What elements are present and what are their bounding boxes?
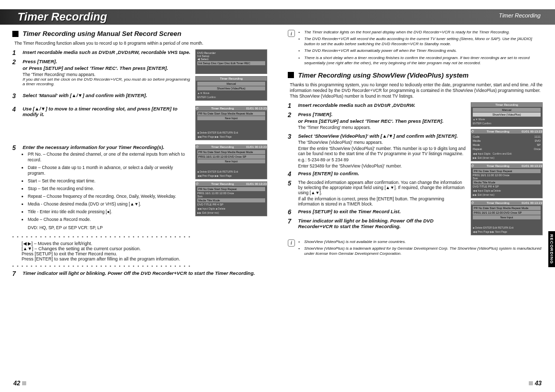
- screenshot-tr-list2: ⏱Timer Recording01/01 00:13:23 PR No Dat…: [195, 144, 267, 179]
- step-2-note: The 'Timer Recording' menu appears.: [23, 72, 191, 77]
- tip-1: [◀ ▶] – Moves the cursor left/right.: [22, 241, 267, 246]
- tip-3: Press [SETUP] to exit the Timer Record m…: [22, 251, 267, 256]
- info-icon: i: [288, 30, 295, 37]
- square-icon: [288, 72, 294, 78]
- screenshot-tr-edit: ⏱Timer Recording01/01 00:13:23 PR No Dat…: [195, 181, 267, 216]
- section-title-left: Timer Recording using Manual Set Record …: [12, 30, 267, 38]
- square-icon: [12, 31, 18, 37]
- dots-divider-2: • • • • • • • • • • • • • • • • • • • • …: [12, 264, 267, 268]
- info-block-2: i ShowView (VideoPlus) is not available …: [288, 239, 543, 258]
- screenshot-setup: DVD Recorder Init Setup ◀ Select Init Se…: [195, 49, 267, 74]
- r-step-5b: If all the information is correct, press…: [298, 196, 467, 207]
- step-2-or: or Press [SETUP] and select 'Timer REC'.…: [23, 65, 191, 71]
- section-title-right: Timer Recording using ShowView (VideoPlu…: [288, 71, 543, 79]
- side-tab-recording: RECORDING: [548, 231, 555, 267]
- r-step-2-note: The 'Timer Recording' menu appears.: [298, 125, 467, 130]
- tip-4: Press [ENTER] to save the program after …: [22, 256, 267, 262]
- step-3: Select 'Manual' with [▲/▼] and confirm w…: [23, 92, 147, 98]
- r-step-2: Press [TIMER].: [298, 111, 467, 117]
- r-step-6: Press [SETUP] to exit the Timer Record L…: [298, 209, 401, 214]
- page-number-left: 42: [13, 380, 26, 387]
- screenshot-tr-menu-r: Timer Recording Manual ShowView (VideoPl…: [471, 102, 543, 127]
- step-2: Press [TIMER].: [23, 59, 191, 64]
- page-left: Timer Recording using Manual Set Record …: [0, 0, 278, 392]
- screenshot-sv-entry: ⏱Timer Recording01/01 00:13:23 Code 1111…: [471, 129, 543, 161]
- r-step-7: Timer indicator will light or be blinkin…: [298, 218, 434, 229]
- intro-left: The Timer Recording function allows you …: [14, 41, 267, 46]
- intro-right: Thanks to this programming system, you n…: [290, 82, 543, 99]
- step-5: Enter the necessary information for your…: [23, 144, 191, 150]
- tip-2: [▲▼] – Changes the setting at the curren…: [22, 246, 267, 251]
- step-2-italic: If you did not set the clock on the DVD …: [23, 77, 191, 86]
- step-1: Insert recordable media such as DVD±R ,D…: [23, 49, 190, 55]
- r-step-2-or: or Press [SETUP] and select 'Timer REC'.…: [298, 118, 467, 124]
- r-step-4: Press [ENTER] to confirm.: [298, 171, 359, 176]
- step-7: Timer indicator will light or blinking. …: [23, 270, 255, 276]
- dots-divider: • • • • • • • • • • • • • • • • • • • • …: [12, 234, 267, 239]
- screenshot-column-1: DVD Recorder Init Setup ◀ Select Init Se…: [195, 49, 267, 103]
- screenshot-tr-menu: Timer Recording Manual ShowView (VideoPl…: [195, 76, 267, 101]
- step-4: Use [▲/▼] to move to a timer recording s…: [23, 106, 177, 117]
- info-icon: i: [288, 239, 295, 247]
- r-step-3: Select 'ShowView (VideoPlus)' with [▲/▼]…: [298, 133, 467, 139]
- r-step-5: The decoded information appears after co…: [298, 180, 467, 195]
- step-5-bullets: PR No. – Choose the desired channel, or …: [28, 152, 191, 222]
- screenshot-column-right: Timer Recording Manual ShowView (VideoPl…: [471, 102, 543, 237]
- screenshot-tr-list-r: ⏱Timer Recording01/01 00:13:23 PR No Dat…: [471, 200, 543, 235]
- info-block-1: i The Timer indicator lights on the fron…: [288, 30, 543, 67]
- page-number-right: 43: [529, 380, 542, 387]
- page-right: i The Timer indicator lights on the fron…: [278, 0, 555, 392]
- screenshot-column-2: ⏱Timer Recording01/01 00:13:23 PR No Dat…: [195, 144, 267, 232]
- r-step-1: Insert recordable media such as DVD±R ,D…: [298, 102, 415, 108]
- screenshot-tr-edit-r: ⏱Timer Recording01/01 00:13:23 PR No Dat…: [471, 163, 543, 198]
- screenshot-tr-list: ⏱Timer Recording01/01 00:13:23 PR No Dat…: [195, 106, 267, 140]
